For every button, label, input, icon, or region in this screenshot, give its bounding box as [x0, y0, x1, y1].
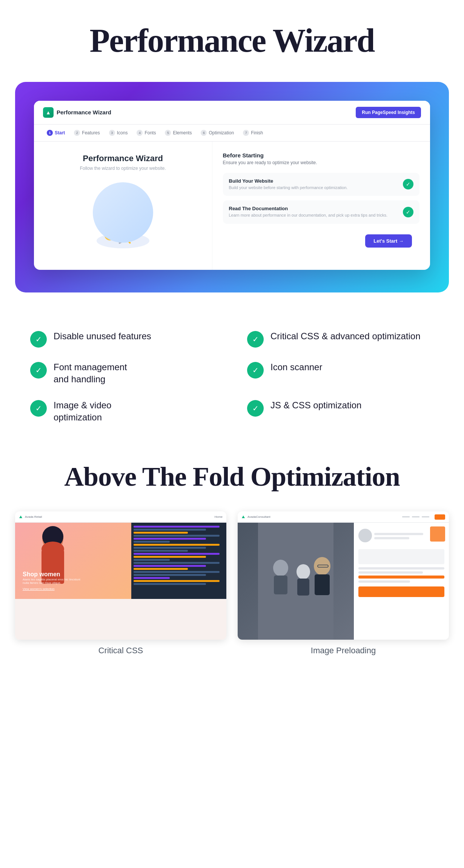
feature-check-2: ✓ [247, 331, 264, 348]
illustration-background [93, 182, 153, 243]
feature-text-4: Icon scanner [270, 361, 322, 373]
svg-rect-28 [315, 574, 330, 595]
wizard-content: Performance Wizard Follow the wizard to … [34, 142, 430, 270]
wizard-right-panel: Before Starting Ensure you are ready to … [212, 142, 430, 270]
feature-item-2: ✓ Critical CSS & advanced optimization [247, 330, 434, 348]
css-content-area: CSS [15, 523, 226, 640]
code-line [134, 559, 170, 561]
code-line [134, 535, 220, 537]
wizard-left-subtitle: Follow the wizard to optimize your websi… [45, 166, 201, 171]
img-mockup: AvadaConsultant [238, 511, 449, 640]
checklist-text-docs: Read The Documentation Learn more about … [229, 206, 399, 218]
code-line [134, 532, 188, 534]
feature-item-4: ✓ Icon scanner [247, 361, 434, 386]
feature-text-5: Image & videooptimization [54, 399, 111, 424]
step-num-5: 5 [165, 130, 171, 136]
check-icon-docs: ✓ [403, 207, 413, 217]
step-num-4: 4 [137, 130, 143, 136]
code-line [134, 562, 220, 564]
img-site-name: AvadaConsultant [247, 515, 270, 519]
wizard-top-bar: ▲ Performance Wizard Run PageSpeed Insig… [34, 101, 430, 125]
checklist-desc-docs: Learn more about performance in our docu… [229, 212, 399, 218]
css-code-overlay [131, 523, 226, 599]
feature-check-3: ✓ [30, 362, 47, 379]
img-submit-button [358, 586, 444, 597]
lets-start-button[interactable]: Let's Start → [365, 234, 412, 248]
lets-start-area: Let's Start → [223, 228, 420, 254]
code-line [134, 526, 220, 528]
feature-text-2: Critical CSS & advanced optimization [270, 330, 421, 342]
form-line [374, 533, 423, 535]
screenshot-label-css: Critical CSS [98, 646, 143, 656]
feature-item-1: ✓ Disable unused features [30, 330, 217, 348]
checklist-desc-build: Build your website before starting with … [229, 185, 399, 191]
img-highlight-corner [430, 526, 445, 542]
svg-rect-29 [318, 565, 328, 567]
css-mockup: Avada Retail Home [15, 511, 226, 640]
step-label-icons: Icons [117, 130, 128, 135]
feature-check-5: ✓ [30, 400, 47, 417]
css-hero-subtext: Alaris leo sagittis placerat eros hic ti… [23, 578, 80, 585]
wizard-logo-icon: ▲ [43, 107, 54, 118]
nav-line [422, 516, 429, 517]
atf-title-section: Above The Fold Optimization [0, 446, 464, 511]
avada-logo-small-2 [241, 515, 245, 519]
step-label-optimization: Optimization [209, 130, 234, 135]
code-line [134, 571, 220, 573]
wizard-right-title: Before Starting [223, 152, 420, 159]
svg-rect-24 [274, 576, 287, 594]
image-preloading-frame: AvadaConsultant [238, 511, 449, 640]
wizard-left-title: Performance Wizard [45, 154, 201, 163]
img-content [238, 523, 449, 640]
gradient-card: ▲ Performance Wizard Run PageSpeed Insig… [15, 82, 449, 292]
step-num-3: 3 [109, 130, 115, 136]
form-line [358, 571, 423, 574]
feature-check-1: ✓ [30, 331, 47, 348]
nav-line [412, 516, 419, 517]
form-line [374, 537, 409, 539]
feature-item-5: ✓ Image & videooptimization [30, 399, 217, 424]
wizard-step-elements[interactable]: 5 Elements [161, 128, 195, 137]
wizard-steps-nav: 1 Start 2 Features 3 Icons 4 Fonts 5 Ele… [34, 125, 430, 142]
code-line [134, 547, 206, 549]
illustration-area: 99 [45, 179, 201, 254]
feature-text-3: Font managementand handling [54, 361, 127, 386]
checklist-text-build: Build Your Website Build your website be… [229, 178, 399, 191]
svg-marker-21 [242, 516, 245, 518]
css-hero: CSS [15, 523, 226, 599]
form-line [358, 580, 410, 583]
wizard-step-fonts[interactable]: 4 Fonts [133, 128, 160, 137]
checklist-item-docs: Read The Documentation Learn more about … [223, 200, 420, 223]
step-label-elements: Elements [173, 130, 192, 135]
screenshots-section: Avada Retail Home [0, 511, 464, 678]
code-line [134, 529, 206, 531]
img-nav-lines [402, 516, 429, 517]
wizard-step-finish[interactable]: 7 Finish [239, 128, 267, 137]
wizard-left-panel: Performance Wizard Follow the wizard to … [34, 142, 212, 270]
img-top-bar: AvadaConsultant [238, 511, 449, 523]
css-hero-text: Shop women Alaris leo sagittis placerat … [23, 571, 80, 591]
code-lines [131, 523, 226, 589]
wizard-ui-card: ▲ Performance Wizard Run PageSpeed Insig… [34, 101, 430, 270]
step-num-7: 7 [243, 130, 249, 136]
img-cta-button [435, 514, 445, 520]
wizard-step-features[interactable]: 2 Features [70, 128, 103, 137]
step-label-features: Features [82, 130, 100, 135]
avada-logo-small [19, 515, 23, 519]
code-line [134, 550, 188, 552]
svg-point-23 [273, 560, 288, 576]
screenshot-image-preloading: AvadaConsultant [238, 511, 449, 656]
code-line [134, 565, 206, 567]
svg-rect-26 [297, 579, 309, 596]
wizard-step-optimization[interactable]: 6 Optimization [197, 128, 238, 137]
step-label-fonts: Fonts [144, 130, 156, 135]
feature-check-6: ✓ [247, 400, 264, 417]
img-avatar [358, 529, 372, 542]
wizard-step-icons[interactable]: 3 Icons [105, 128, 132, 137]
form-line [358, 567, 444, 569]
wizard-step-start[interactable]: 1 Start [43, 128, 69, 137]
svg-point-25 [297, 564, 310, 579]
run-pagespeed-button[interactable]: Run PageSpeed Insights [356, 107, 421, 118]
code-line [134, 583, 206, 585]
hero-title: Performance Wizard [30, 23, 434, 59]
